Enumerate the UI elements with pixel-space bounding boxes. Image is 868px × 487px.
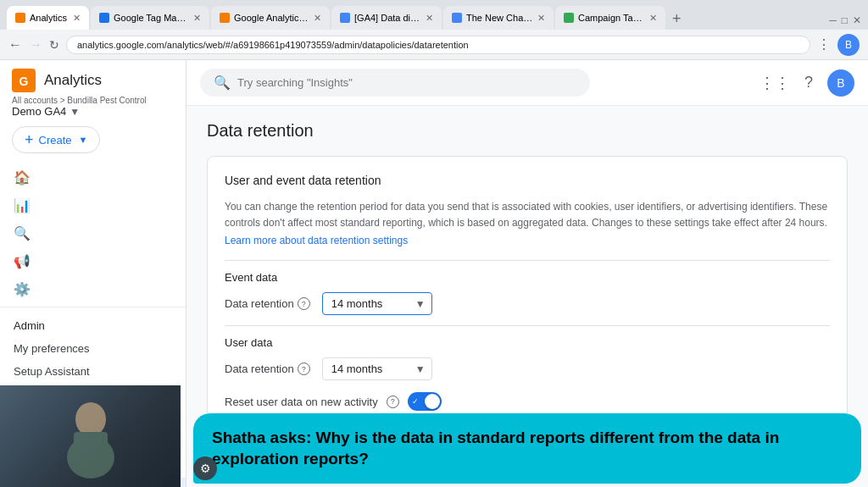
apps-icon[interactable]: ⋮⋮	[760, 68, 790, 98]
property-dropdown-icon: ▼	[70, 106, 80, 118]
user-retention-row: Data retention ? 14 months 2 months ▼	[225, 357, 830, 380]
app-header: G Analytics	[0, 60, 186, 96]
tab-ga4[interactable]: Google Analytics (GA4) - ... ✕	[211, 6, 330, 30]
explore-icon: 🔍	[14, 225, 31, 241]
event-retention-row: Data retention ? 14 months 2 months ▼	[225, 292, 830, 315]
speech-bubble: Shatha asks: Why is the data in standard…	[193, 413, 861, 484]
svg-text:G: G	[19, 75, 29, 88]
page-title: Data retention	[207, 121, 848, 141]
tab-label: Analytics	[30, 13, 67, 23]
event-data-section: Event data Data retention ? 14 months 2 …	[225, 271, 830, 315]
event-retention-select[interactable]: 14 months 2 months	[322, 292, 432, 315]
ga-logo: G	[12, 69, 36, 92]
search-bar[interactable]: 🔍	[200, 69, 590, 97]
address-text: analytics.google.com/analytics/web/#/a69…	[77, 40, 469, 50]
help-circle-icon2[interactable]: ?	[298, 362, 310, 375]
plus-icon: +	[25, 132, 34, 147]
reset-toggle[interactable]: ✓	[408, 392, 442, 411]
tab-close-icon[interactable]: ✕	[193, 13, 201, 24]
tab-close-icon[interactable]: ✕	[537, 13, 545, 24]
tab-channel-groups[interactable]: The New Channel Groups... ✕	[443, 6, 554, 30]
event-data-label: Event data	[225, 271, 830, 284]
event-data-retention-label: Data retention ?	[225, 297, 310, 310]
tab-close-icon[interactable]: ✕	[314, 13, 321, 24]
webcam-overlay	[0, 385, 181, 487]
tab-gtm[interactable]: Google Tag Manager ✕	[91, 6, 209, 30]
svg-rect-4	[74, 432, 108, 457]
main-content: Data retention User and event data reten…	[186, 106, 868, 487]
settings-gear-icon[interactable]: ⚙	[193, 457, 217, 480]
sidebar-item-reports[interactable]: 📊	[0, 191, 186, 219]
tab-label: Google Tag Manager	[114, 13, 189, 23]
help-circle-icon[interactable]: ?	[298, 297, 310, 310]
reset-help-icon[interactable]: ?	[387, 396, 399, 408]
sidebar-nav: 🏠 📊 🔍 📢 ⚙️	[0, 160, 186, 307]
create-button[interactable]: + Create ▼	[12, 126, 100, 153]
divider2	[225, 325, 830, 326]
tab-data-diff[interactable]: [GA4] Data differences be... ✕	[331, 6, 442, 30]
tab-label: [GA4] Data differences be...	[354, 13, 421, 23]
browser-chrome: Analytics ✕ Google Tag Manager ✕ Google …	[0, 0, 868, 30]
breadcrumb: All accounts > Bundilla Pest Control	[12, 96, 174, 105]
svg-point-2	[75, 402, 106, 436]
help-icon[interactable]: ?	[793, 68, 824, 98]
tab-close-icon[interactable]: ✕	[73, 13, 81, 24]
app-title: Analytics	[44, 72, 102, 89]
reports-icon: 📊	[14, 197, 31, 213]
main-area: 🔍 ⋮⋮ ? B Data retention User and event d…	[186, 60, 868, 487]
learn-more-link[interactable]: Learn more about data retention settings	[225, 235, 830, 246]
reset-label: Reset user data on new activity	[225, 396, 378, 408]
user-data-section: User data Data retention ? 14 months 2 m…	[225, 336, 830, 411]
sidebar-item-setup[interactable]: Setup Assistant	[0, 360, 186, 383]
sidebar-item-home[interactable]: 🏠	[0, 163, 186, 191]
tab-campaign-tagging[interactable]: Campaign Tagging Tool T... ✕	[555, 6, 665, 30]
dropdown-icon: ▼	[79, 135, 88, 145]
user-retention-select[interactable]: 14 months 2 months	[322, 357, 432, 380]
checkmark-icon: ✓	[412, 397, 419, 406]
user-avatar[interactable]: B	[827, 69, 854, 97]
address-bar[interactable]: analytics.google.com/analytics/web/#/a69…	[66, 36, 810, 54]
reload-button[interactable]: ↻	[49, 38, 59, 52]
extensions-button[interactable]: ⋮	[817, 36, 831, 53]
user-data-label: User data	[225, 336, 830, 349]
close-button[interactable]: ✕	[853, 14, 861, 26]
search-input[interactable]	[237, 76, 576, 89]
speech-text: Shatha asks: Why is the data in standard…	[212, 427, 843, 470]
app-layout: G Analytics All accounts > Bundilla Pest…	[0, 60, 868, 487]
back-button[interactable]: ←	[8, 37, 22, 53]
profile-avatar[interactable]: B	[837, 34, 860, 56]
restore-button[interactable]: □	[842, 14, 848, 26]
user-data-retention-label: Data retention ?	[225, 362, 310, 375]
event-retention-select-wrapper: 14 months 2 months ▼	[322, 292, 432, 315]
tab-analytics[interactable]: Analytics ✕	[7, 6, 89, 30]
new-tab-button[interactable]: +	[667, 10, 687, 28]
home-icon: 🏠	[14, 169, 31, 185]
sidebar-item-admin[interactable]: ⚙️	[0, 275, 186, 303]
sidebar: G Analytics All accounts > Bundilla Pest…	[0, 60, 186, 487]
tab-label: The New Channel Groups...	[466, 13, 533, 23]
top-toolbar: 🔍 ⋮⋮ ? B	[186, 60, 868, 106]
divider	[225, 260, 830, 261]
tab-close-icon[interactable]: ✕	[426, 13, 433, 24]
minimize-button[interactable]: ─	[829, 14, 837, 26]
sidebar-item-admin-label[interactable]: Admin	[0, 314, 186, 337]
user-retention-select-wrapper: 14 months 2 months ▼	[322, 357, 432, 380]
tab-label: Google Analytics (GA4) - ...	[234, 13, 309, 23]
advertising-icon: 📢	[14, 253, 31, 269]
tab-label: Campaign Tagging Tool T...	[578, 13, 645, 23]
search-icon: 🔍	[214, 75, 231, 91]
sidebar-item-advertising[interactable]: 📢	[0, 247, 186, 275]
admin-icon: ⚙️	[14, 281, 31, 297]
card-description: You can change the retention period for …	[225, 199, 830, 231]
forward-button[interactable]: →	[29, 37, 42, 53]
sidebar-item-preferences[interactable]: My preferences	[0, 337, 186, 360]
reset-toggle-row: Reset user data on new activity ? ✓	[225, 392, 830, 411]
sidebar-item-explore[interactable]: 🔍	[0, 219, 186, 247]
tab-close-icon[interactable]: ✕	[649, 13, 657, 24]
property-name[interactable]: Demo GA4 ▼	[12, 105, 174, 118]
property-selector: All accounts > Bundilla Pest Control Dem…	[0, 96, 186, 123]
card-title: User and event data retention	[225, 174, 830, 187]
address-bar-row: ← → ↻ analytics.google.com/analytics/web…	[0, 30, 868, 60]
